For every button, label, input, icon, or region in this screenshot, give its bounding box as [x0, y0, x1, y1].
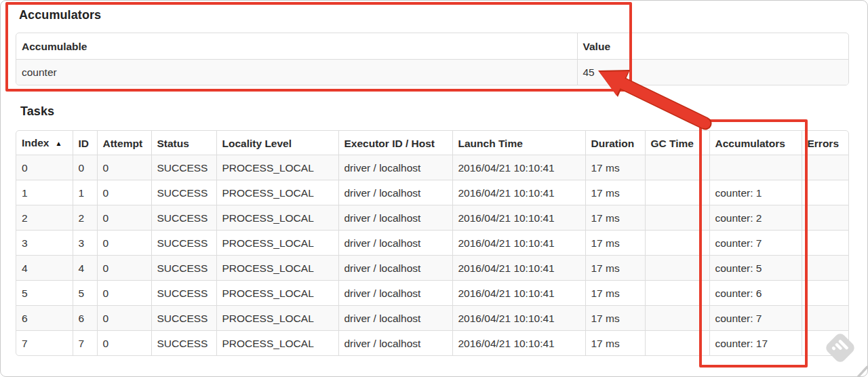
task-cell-locality-level: PROCESS_LOCAL	[216, 180, 338, 205]
task-cell-launch-time: 2016/04/21 10:10:41	[452, 155, 585, 180]
task-cell-errors	[802, 180, 849, 205]
task-cell-launch-time: 2016/04/21 10:10:41	[452, 306, 585, 331]
column-header-executor-id-host[interactable]: Executor ID / Host	[338, 131, 452, 155]
task-cell-status: SUCCESS	[151, 331, 216, 356]
tasks-table: Index▲IDAttemptStatusLocality LevelExecu…	[16, 130, 849, 356]
column-header-id[interactable]: ID	[73, 131, 97, 155]
task-cell-gc-time	[645, 331, 709, 356]
task-cell-gc-time	[645, 155, 709, 180]
task-cell-attempt: 0	[97, 180, 151, 205]
task-cell-duration: 17 ms	[585, 306, 645, 331]
task-cell-id: 2	[73, 205, 97, 231]
task-cell-duration: 17 ms	[585, 155, 645, 180]
column-header-errors[interactable]: Errors	[802, 131, 849, 155]
task-cell-accumulators: counter: 2	[709, 205, 802, 231]
column-header-label: Status	[157, 138, 189, 149]
task-cell-locality-level: PROCESS_LOCAL	[216, 281, 338, 306]
task-cell-locality-level: PROCESS_LOCAL	[216, 205, 338, 231]
task-cell-gc-time	[645, 231, 709, 256]
accumulators-table: Accumulable Value counter 45	[16, 33, 849, 85]
column-header-gc-time[interactable]: GC Time	[645, 131, 709, 155]
column-header-label: Launch Time	[458, 138, 523, 149]
column-header-value[interactable]: Value	[577, 33, 849, 60]
task-cell-launch-time: 2016/04/21 10:10:41	[452, 231, 585, 256]
column-header-launch-time[interactable]: Launch Time	[452, 131, 585, 155]
task-cell-launch-time: 2016/04/21 10:10:41	[452, 180, 585, 205]
task-cell-index: 5	[16, 281, 73, 306]
task-cell-duration: 17 ms	[585, 205, 645, 231]
task-cell-executor: driver / localhost	[338, 205, 452, 231]
task-cell-attempt: 0	[97, 256, 151, 281]
task-cell-errors	[802, 306, 849, 331]
tasks-header-row: Index▲IDAttemptStatusLocality LevelExecu…	[16, 131, 849, 155]
accumulable-name-cell: counter	[16, 60, 577, 85]
task-cell-index: 3	[16, 231, 73, 256]
column-header-locality-level[interactable]: Locality Level	[216, 131, 338, 155]
task-cell-duration: 17 ms	[585, 331, 645, 356]
task-cell-locality-level: PROCESS_LOCAL	[216, 155, 338, 180]
task-cell-id: 5	[73, 281, 97, 306]
column-header-label: Duration	[591, 138, 635, 149]
task-row: 110SUCCESSPROCESS_LOCALdriver / localhos…	[16, 180, 849, 205]
task-cell-launch-time: 2016/04/21 10:10:41	[452, 256, 585, 281]
task-cell-status: SUCCESS	[151, 231, 216, 256]
task-cell-duration: 17 ms	[585, 256, 645, 281]
column-header-accumulable[interactable]: Accumulable	[16, 33, 577, 60]
column-header-label: Errors	[808, 138, 840, 149]
task-cell-launch-time: 2016/04/21 10:10:41	[452, 281, 585, 306]
task-row: 440SUCCESSPROCESS_LOCALdriver / localhos…	[16, 256, 849, 281]
task-cell-errors	[802, 256, 849, 281]
task-cell-locality-level: PROCESS_LOCAL	[216, 331, 338, 356]
task-cell-duration: 17 ms	[585, 231, 645, 256]
task-cell-status: SUCCESS	[151, 306, 216, 331]
task-row: 000SUCCESSPROCESS_LOCALdriver / localhos…	[16, 155, 849, 180]
column-header-label: ID	[79, 138, 90, 149]
column-header-label: GC Time	[651, 138, 694, 149]
task-cell-accumulators: counter: 1	[709, 180, 802, 205]
task-cell-accumulators: counter: 7	[709, 306, 802, 331]
task-cell-locality-level: PROCESS_LOCAL	[216, 256, 338, 281]
column-header-label: Locality Level	[222, 138, 292, 149]
task-cell-gc-time	[645, 180, 709, 205]
tasks-section-heading: Tasks	[20, 103, 54, 119]
task-row: 550SUCCESSPROCESS_LOCALdriver / localhos…	[16, 281, 849, 306]
task-cell-attempt: 0	[97, 231, 151, 256]
task-cell-launch-time: 2016/04/21 10:10:41	[452, 331, 585, 356]
column-header-label: Index	[22, 137, 49, 148]
task-cell-errors	[802, 155, 849, 180]
column-header-label: Accumulators	[715, 138, 785, 149]
task-cell-status: SUCCESS	[151, 281, 216, 306]
task-cell-id: 0	[73, 155, 97, 180]
column-header-index[interactable]: Index▲	[16, 131, 73, 155]
task-cell-accumulators: counter: 7	[709, 231, 802, 256]
sort-ascending-icon: ▲	[55, 140, 62, 147]
task-cell-executor: driver / localhost	[338, 306, 452, 331]
column-header-label: Attempt	[103, 138, 143, 149]
task-cell-id: 4	[73, 256, 97, 281]
task-cell-index: 7	[16, 331, 73, 356]
task-cell-gc-time	[645, 306, 709, 331]
task-cell-id: 6	[73, 306, 97, 331]
task-cell-errors	[802, 231, 849, 256]
column-header-accumulators[interactable]: Accumulators	[709, 131, 802, 155]
task-cell-status: SUCCESS	[151, 180, 216, 205]
task-cell-gc-time	[645, 281, 709, 306]
task-cell-locality-level: PROCESS_LOCAL	[216, 306, 338, 331]
task-cell-index: 4	[16, 256, 73, 281]
column-header-attempt[interactable]: Attempt	[97, 131, 151, 155]
task-cell-index: 6	[16, 306, 73, 331]
accumulator-row: counter 45	[16, 60, 849, 85]
task-row: 220SUCCESSPROCESS_LOCALdriver / localhos…	[16, 205, 849, 231]
column-header-label: Executor ID / Host	[344, 138, 435, 149]
task-cell-executor: driver / localhost	[338, 155, 452, 180]
task-cell-attempt: 0	[97, 306, 151, 331]
task-cell-errors	[802, 281, 849, 306]
task-cell-gc-time	[645, 205, 709, 231]
column-header-status[interactable]: Status	[151, 131, 216, 155]
task-cell-index: 1	[16, 180, 73, 205]
column-header-duration[interactable]: Duration	[585, 131, 645, 155]
task-cell-status: SUCCESS	[151, 256, 216, 281]
task-cell-executor: driver / localhost	[338, 256, 452, 281]
task-cell-executor: driver / localhost	[338, 180, 452, 205]
accumulable-value-cell: 45	[577, 60, 849, 85]
